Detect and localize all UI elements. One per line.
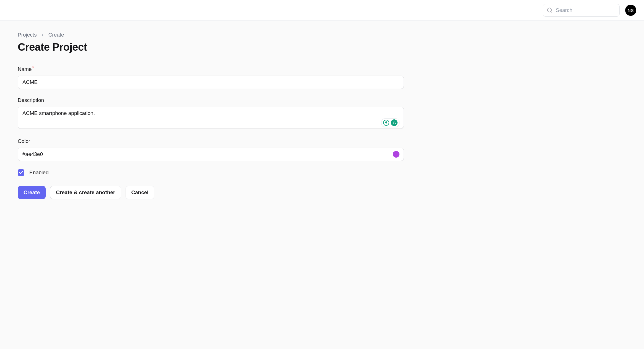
name-input[interactable] <box>18 76 404 89</box>
enabled-checkbox[interactable] <box>18 169 24 176</box>
textarea-container: G <box>18 107 404 130</box>
required-star-icon: * <box>32 65 34 70</box>
name-label-text: Name <box>18 66 32 72</box>
cancel-button[interactable]: Cancel <box>126 186 154 199</box>
color-swatch[interactable] <box>393 151 399 158</box>
page-title: Create Project <box>18 41 404 53</box>
avatar[interactable]: NS <box>625 5 636 16</box>
form-group-color: Color <box>18 138 404 161</box>
description-label: Description <box>18 97 404 103</box>
breadcrumb-parent-link[interactable]: Projects <box>18 32 37 38</box>
form-group-name: Name* <box>18 65 404 89</box>
create-button[interactable]: Create <box>18 186 46 199</box>
enabled-label: Enabled <box>29 170 49 176</box>
color-label: Color <box>18 138 404 144</box>
search-icon <box>547 7 553 13</box>
grammarly-icon: G <box>391 119 398 126</box>
color-input[interactable] <box>18 148 404 161</box>
search-wrapper <box>543 4 620 17</box>
color-input-wrapper <box>18 148 404 161</box>
description-textarea[interactable] <box>18 107 404 129</box>
form-group-description: Description G <box>18 97 404 130</box>
enabled-row: Enabled <box>18 169 404 176</box>
breadcrumb-current: Create <box>48 32 64 38</box>
grammar-widget[interactable]: G <box>381 118 399 127</box>
search-input[interactable] <box>543 4 620 17</box>
name-label: Name* <box>18 65 404 72</box>
header: NS <box>0 0 644 21</box>
breadcrumb: Projects Create <box>18 32 404 38</box>
lightbulb-icon <box>383 120 389 126</box>
create-another-button[interactable]: Create & create another <box>50 186 121 199</box>
chevron-right-icon <box>41 33 45 37</box>
check-icon <box>19 170 23 175</box>
svg-line-1 <box>551 11 552 12</box>
button-row: Create Create & create another Cancel <box>18 186 404 199</box>
content: Projects Create Create Project Name* Des… <box>0 21 422 210</box>
